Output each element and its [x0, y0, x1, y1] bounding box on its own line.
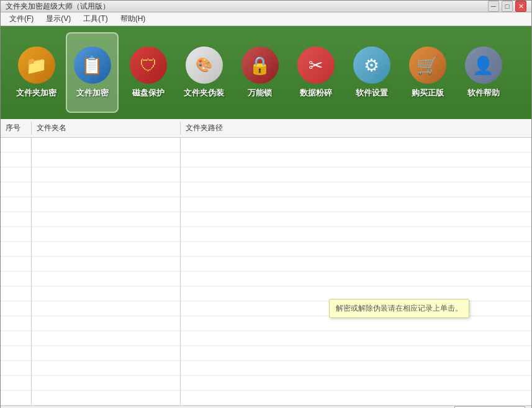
- toolbar-disk-protect[interactable]: 🛡 磁盘保护: [122, 32, 174, 113]
- table-header: 序号 文件夹名 文件夹路径: [1, 119, 531, 138]
- folder-encrypt-icon: 📁: [18, 47, 55, 84]
- table-row[interactable]: [1, 346, 531, 361]
- toolbar-folder-encrypt[interactable]: 📁 文件夹加密: [10, 32, 63, 113]
- table-body[interactable]: 解密或解除伪装请在相应记录上单击。: [1, 138, 531, 406]
- folder-encrypt-label: 文件夹加密: [16, 87, 56, 99]
- table-row[interactable]: [1, 257, 531, 272]
- buy-icon: 🛒: [409, 47, 446, 84]
- table-row[interactable]: [1, 242, 531, 257]
- table-row[interactable]: [1, 376, 531, 391]
- toolbar-settings[interactable]: ⚙ 软件设置: [345, 32, 398, 113]
- master-lock-icon: 🔒: [241, 47, 279, 84]
- menu-help[interactable]: 帮助(H): [114, 12, 152, 25]
- table-row[interactable]: [1, 272, 531, 286]
- table-row[interactable]: [1, 197, 531, 212]
- menu-tools[interactable]: 工具(T): [77, 12, 114, 25]
- maximize-button[interactable]: □: [502, 1, 513, 12]
- toolbar-master-lock[interactable]: 🔒 万能锁: [233, 32, 286, 113]
- table-row[interactable]: [1, 391, 531, 406]
- settings-label: 软件设置: [356, 87, 388, 99]
- toolbar: 📁 文件夹加密 📋 文件加密 🛡 磁盘保护 🎨 文件夹伪装 🔒 万能锁 ✂ 数据…: [1, 26, 531, 119]
- close-button[interactable]: ✕: [515, 1, 526, 12]
- table-row[interactable]: [1, 212, 531, 227]
- folder-disguise-icon: 🎨: [186, 47, 223, 84]
- col-header-name: 文件夹名: [32, 122, 181, 135]
- folder-disguise-label: 文件夹伪装: [184, 87, 224, 99]
- menu-view[interactable]: 显示(V): [40, 12, 77, 25]
- disk-protect-label: 磁盘保护: [132, 87, 165, 99]
- toolbar-folder-disguise[interactable]: 🎨 文件夹伪装: [178, 32, 230, 113]
- table-row[interactable]: [1, 182, 531, 197]
- table-row[interactable]: [1, 316, 531, 331]
- toolbar-file-encrypt[interactable]: 📋 文件加密: [66, 32, 119, 113]
- table-row[interactable]: [1, 138, 531, 153]
- status-bar: 文件夹加密超级大师 16.95版 (C) 2017 夏冰软件版权所有。保留所有权…: [1, 406, 531, 408]
- table-row[interactable]: [1, 153, 531, 167]
- col-header-path: 文件夹路径: [181, 122, 531, 135]
- data-shred-icon: ✂: [297, 47, 335, 84]
- help-icon: 👤: [465, 47, 502, 84]
- table-row[interactable]: [1, 361, 531, 376]
- table-row[interactable]: [1, 331, 531, 346]
- settings-icon: ⚙: [353, 47, 390, 84]
- toolbar-data-shred[interactable]: ✂ 数据粉碎: [289, 32, 342, 113]
- disk-protect-icon: 🛡: [130, 47, 167, 84]
- menu-bar: 文件(F) 显示(V) 工具(T) 帮助(H): [1, 12, 531, 26]
- content-area: 序号 文件夹名 文件夹路径: [1, 119, 531, 406]
- tooltip-box: 解密或解除伪装请在相应记录上单击。: [329, 299, 469, 318]
- window-title: 文件夹加密超级大师（试用版）: [6, 1, 110, 12]
- table-row[interactable]: [1, 227, 531, 242]
- toolbar-help[interactable]: 👤 软件帮助: [457, 32, 510, 113]
- menu-file[interactable]: 文件(F): [3, 12, 40, 25]
- master-lock-label: 万能锁: [248, 87, 272, 99]
- title-bar-controls: ─ □ ✕: [488, 1, 526, 12]
- help-label: 软件帮助: [467, 87, 500, 99]
- file-encrypt-label: 文件加密: [76, 87, 109, 99]
- toolbar-buy[interactable]: 🛒 购买正版: [401, 32, 454, 113]
- table-row[interactable]: [1, 167, 531, 182]
- title-bar: 文件夹加密超级大师（试用版） ─ □ ✕: [1, 1, 531, 12]
- file-encrypt-icon: 📋: [74, 47, 111, 84]
- minimize-button[interactable]: ─: [488, 1, 499, 12]
- main-window: 文件夹加密超级大师（试用版） ─ □ ✕ 文件(F) 显示(V) 工具(T) 帮…: [0, 0, 532, 408]
- data-shred-label: 数据粉碎: [300, 87, 332, 99]
- buy-label: 购买正版: [412, 87, 444, 99]
- col-header-seq: 序号: [1, 122, 32, 135]
